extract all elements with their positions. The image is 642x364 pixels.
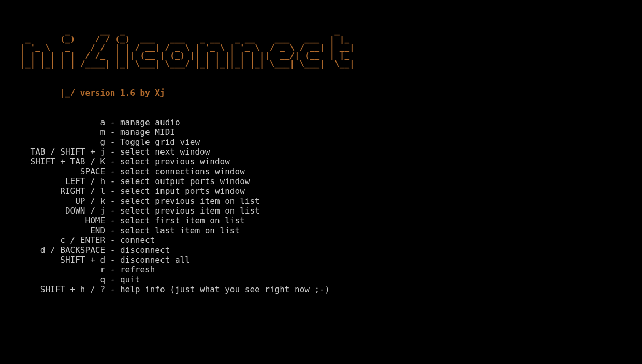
help-row: LEFT / h - select output ports window [10, 176, 632, 186]
help-separator: - [105, 117, 120, 127]
help-row: UP / k - select previous item on list [10, 196, 632, 206]
help-key: TAB / SHIFT + j [10, 147, 105, 157]
help-key: g [10, 137, 105, 147]
help-separator: - [105, 157, 120, 166]
help-key: SPACE [10, 166, 105, 176]
help-description: select previous window [120, 157, 230, 166]
help-key: UP / k [10, 196, 105, 206]
help-key: c / ENTER [10, 235, 105, 245]
help-description: disconnect [120, 245, 170, 255]
help-separator: - [105, 245, 120, 255]
help-description: select last item on list [120, 225, 240, 235]
help-row: SPACE - select connections window [10, 166, 632, 176]
help-key: LEFT / h [10, 176, 105, 186]
help-key: SHIFT + h / ? [10, 284, 105, 294]
help-key: END [10, 225, 105, 235]
help-description: quit [120, 275, 140, 284]
help-key: a [10, 117, 105, 127]
help-key: SHIFT + TAB / K [10, 157, 105, 166]
help-description: help info (just what you see right now ;… [120, 284, 330, 294]
help-separator: - [105, 255, 120, 265]
help-key: DOWN / j [10, 206, 105, 216]
help-row: SHIFT + TAB / K - select previous window [10, 157, 632, 166]
help-description: refresh [120, 265, 155, 275]
help-row: RIGHT / l - select input ports window [10, 186, 632, 196]
help-description: select output ports window [120, 176, 250, 186]
help-key: HOME [10, 216, 105, 225]
help-separator: - [105, 235, 120, 245]
help-description: Toggle grid view [120, 137, 200, 147]
help-description: select next window [120, 147, 210, 157]
help-row: r - refresh [10, 265, 632, 275]
help-row: m - manage MIDI [10, 127, 632, 137]
help-row: TAB / SHIFT + j - select next window [10, 147, 632, 157]
help-separator: - [105, 166, 120, 176]
terminal-content: _ __ _ _ _ (_) / / (_) ___ ___ _ __ _ __… [2, 2, 640, 319]
help-key: m [10, 127, 105, 137]
help-row: c / ENTER - connect [10, 235, 632, 245]
app-ascii-logo: _ __ _ _ _ (_) / / (_) ___ ___ _ __ _ __… [10, 27, 632, 68]
help-separator: - [105, 147, 120, 157]
help-row: END - select last item on list [10, 225, 632, 235]
help-separator: - [105, 265, 120, 275]
app-version-line: |_/ version 1.6 by Xj [10, 88, 632, 98]
help-separator: - [105, 186, 120, 196]
help-shortcut-list: a - manage audio m - manage MIDI g - Tog… [10, 117, 632, 294]
help-separator: - [105, 284, 120, 294]
help-separator: - [105, 206, 120, 216]
help-row: d / BACKSPACE - disconnect [10, 245, 632, 255]
help-key: q [10, 275, 105, 284]
help-description: select previous item on list [120, 206, 260, 216]
help-separator: - [105, 225, 120, 235]
help-row: HOME - select first item on list [10, 216, 632, 225]
help-separator: - [105, 127, 120, 137]
help-row: g - Toggle grid view [10, 137, 632, 147]
help-separator: - [105, 275, 120, 284]
terminal-frame: _ __ _ _ _ (_) / / (_) ___ ___ _ __ _ __… [2, 2, 640, 362]
help-description: select previous item on list [120, 196, 260, 206]
help-row: a - manage audio [10, 117, 632, 127]
help-description: disconnect all [120, 255, 190, 265]
help-description: select first item on list [120, 216, 245, 225]
help-row: SHIFT + h / ? - help info (just what you… [10, 284, 632, 294]
help-separator: - [105, 216, 120, 225]
help-separator: - [105, 196, 120, 206]
help-row: q - quit [10, 275, 632, 284]
help-row: DOWN / j - select previous item on list [10, 206, 632, 216]
help-description: manage audio [120, 117, 180, 127]
help-key: r [10, 265, 105, 275]
help-description: connect [120, 235, 155, 245]
help-description: manage MIDI [120, 127, 175, 137]
help-description: select input ports window [120, 186, 245, 196]
help-description: select connections window [120, 166, 245, 176]
help-row: SHIFT + d - disconnect all [10, 255, 632, 265]
help-key: SHIFT + d [10, 255, 105, 265]
help-key: d / BACKSPACE [10, 245, 105, 255]
help-separator: - [105, 137, 120, 147]
help-separator: - [105, 176, 120, 186]
help-key: RIGHT / l [10, 186, 105, 196]
